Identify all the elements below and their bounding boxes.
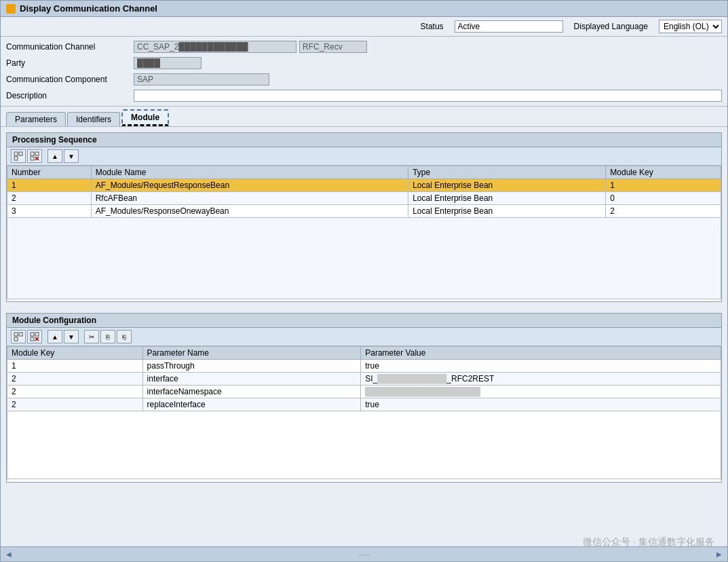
channel-label: Communication Channel — [6, 42, 128, 52]
mc-cut-button[interactable]: ✂ — [84, 330, 99, 343]
module-configuration-title: Module Configuration — [7, 314, 721, 328]
title-bar: Display Communication Channel — [1, 1, 727, 17]
col-mc-param-name: Parameter Name — [142, 347, 361, 360]
svg-rect-2 — [14, 157, 18, 160]
description-input[interactable] — [134, 90, 722, 102]
processing-sequence-title: Processing Sequence — [7, 133, 721, 147]
cell-mc-module-key: 2 — [7, 373, 143, 386]
cell-type: Local Enterprise Bean — [408, 179, 606, 192]
mc-add-row-button[interactable] — [11, 330, 26, 343]
cell-number: 1 — [7, 179, 92, 192]
description-row: Description — [6, 88, 722, 103]
component-input[interactable] — [134, 73, 269, 86]
cell-mc-module-key: 2 — [7, 386, 143, 398]
svg-rect-1 — [19, 152, 22, 155]
cell-number: 3 — [7, 205, 92, 218]
cell-mc-module-key: 1 — [7, 360, 143, 373]
tab-module[interactable]: Module — [121, 109, 169, 126]
cell-mc-module-key: 2 — [7, 398, 143, 411]
svg-rect-0 — [14, 152, 18, 155]
mc-move-up-button[interactable]: ▲ — [47, 330, 62, 343]
mc-move-down-button[interactable]: ▼ — [64, 330, 79, 343]
table-row-empty — [7, 218, 721, 299]
ps-move-up-button[interactable]: ▲ — [47, 149, 62, 163]
bottom-left-arrow: ◀ — [6, 550, 12, 558]
party-input[interactable] — [134, 57, 202, 69]
col-module-name: Module Name — [91, 166, 408, 179]
channel-values — [134, 41, 722, 53]
channel-input2[interactable] — [299, 41, 367, 53]
processing-sequence-toolbar: ▲ ▼ — [7, 147, 721, 166]
lang-label: Displayed Language — [574, 22, 648, 31]
col-number: Number — [7, 166, 92, 179]
col-module-key: Module Key — [606, 166, 721, 179]
table-row[interactable]: 2 RfcAFBean Local Enterprise Bean 0 — [7, 192, 721, 205]
cell-module-name: AF_Modules/RequestResponseBean — [91, 179, 408, 192]
table-row[interactable]: 2 interface SI_████████████_RFC2REST — [7, 373, 721, 386]
table-row[interactable]: 3 AF_Modules/ResponseOnewayBean Local En… — [7, 205, 721, 218]
svg-rect-12 — [35, 333, 39, 336]
cell-module-key: 0 — [606, 192, 721, 205]
svg-rect-4 — [35, 152, 39, 155]
mc-paste-button[interactable]: ⎗ — [117, 330, 132, 343]
tab-identifiers[interactable]: Identifiers — [67, 112, 120, 126]
svg-rect-5 — [31, 157, 34, 160]
status-label: Status — [421, 22, 444, 31]
module-configuration-table-container: Module Key Parameter Name Parameter Valu… — [7, 346, 721, 482]
svg-rect-9 — [19, 333, 22, 336]
cell-type: Local Enterprise Bean — [408, 205, 606, 218]
ps-move-down-button[interactable]: ▼ — [64, 149, 79, 163]
component-row: Communication Component — [6, 72, 722, 87]
cell-type: Local Enterprise Bean — [408, 192, 606, 205]
tabs-bar: Parameters Identifiers Module — [1, 107, 727, 127]
col-mc-param-value: Parameter Value — [361, 347, 721, 360]
tab-parameters[interactable]: Parameters — [6, 112, 66, 126]
bottom-right-arrow: ▶ — [716, 550, 722, 558]
module-configuration-table: Module Key Parameter Name Parameter Valu… — [7, 346, 721, 479]
mc-delete-row-button[interactable] — [27, 330, 42, 343]
window-title: Display Communication Channel — [20, 3, 157, 14]
table-row[interactable]: 2 replaceInterface true — [7, 398, 721, 411]
bottom-bar: ◀ ····· ▶ — [1, 546, 727, 561]
party-label: Party — [6, 58, 128, 68]
cell-mc-param-value: true — [361, 398, 721, 411]
cell-mc-param-name: replaceInterface — [142, 398, 361, 411]
description-label: Description — [6, 91, 128, 100]
table-row[interactable]: 1 AF_Modules/RequestResponseBean Local E… — [7, 179, 721, 192]
svg-rect-13 — [31, 337, 34, 341]
main-window: Display Communication Channel Status Dis… — [0, 0, 728, 562]
module-configuration-section: Module Configuration ▲ ▼ ✂ ⎘ ⎗ — [6, 313, 722, 483]
header-row: Status Displayed Language English (OL) — [1, 17, 727, 37]
cell-mc-param-name: passThrough — [142, 360, 361, 373]
status-input[interactable] — [455, 20, 563, 33]
window-icon — [6, 4, 16, 14]
table-row[interactable]: 2 interfaceNamespace ███████████████████… — [7, 386, 721, 398]
svg-rect-3 — [31, 152, 34, 155]
col-mc-module-key: Module Key — [7, 347, 143, 360]
lang-select[interactable]: English (OL) — [659, 20, 722, 33]
table-row[interactable]: 1 passThrough true — [7, 360, 721, 373]
cell-mc-param-value: true — [361, 360, 721, 373]
ps-delete-row-button[interactable] — [27, 149, 42, 163]
channel-input1[interactable] — [134, 41, 296, 53]
cell-module-key: 1 — [606, 179, 721, 192]
content-area: Processing Sequence ▲ ▼ Number Modu — [1, 127, 727, 546]
cell-mc-param-name: interface — [142, 373, 361, 386]
cell-module-name: AF_Modules/ResponseOnewayBean — [91, 205, 408, 218]
table-row-empty — [7, 411, 721, 479]
cell-mc-param-name: interfaceNamespace — [142, 386, 361, 398]
svg-rect-10 — [14, 337, 18, 341]
cell-module-name: RfcAFBean — [91, 192, 408, 205]
ps-add-row-button[interactable] — [11, 149, 26, 163]
cell-mc-param-value: ████████████████████ — [361, 386, 721, 398]
component-label: Communication Component — [6, 75, 128, 84]
party-row: Party — [6, 56, 722, 71]
component-values — [134, 73, 722, 86]
processing-sequence-section: Processing Sequence ▲ ▼ Number Modu — [6, 132, 722, 302]
processing-sequence-table-container: Number Module Name Type Module Key 1 AF_… — [7, 166, 721, 301]
cell-mc-param-value: SI_████████████_RFC2REST — [361, 373, 721, 386]
col-type: Type — [408, 166, 606, 179]
mc-copy-button[interactable]: ⎘ — [100, 330, 115, 343]
cell-number: 2 — [7, 192, 92, 205]
party-values — [134, 57, 722, 69]
